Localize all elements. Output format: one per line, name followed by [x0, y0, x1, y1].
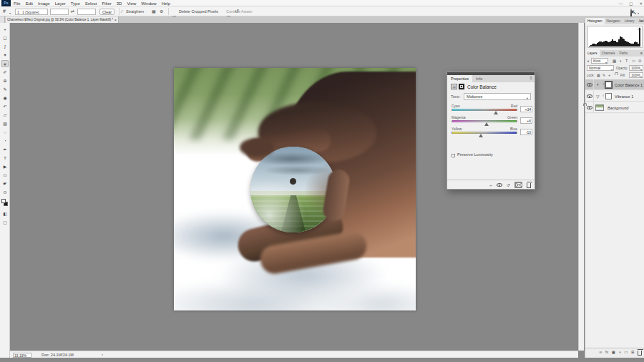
preserve-luminosity-row[interactable]: Preserve Luminosity — [452, 152, 493, 157]
eye-icon[interactable] — [587, 106, 592, 109]
menu-window[interactable]: Window — [141, 1, 156, 6]
tab-histogram[interactable]: Histogram — [585, 18, 605, 24]
visibility-cell[interactable] — [585, 91, 594, 102]
menu-help[interactable]: Help — [162, 1, 170, 6]
preserve-luminosity-checkbox[interactable] — [452, 154, 455, 157]
lock-transparency-icon[interactable]: ▦ — [597, 73, 600, 77]
blend-mode-select[interactable]: Normal▾ — [587, 65, 614, 71]
adjustment-layer-icon[interactable]: ◑ — [596, 82, 599, 87]
quick-mask-icon[interactable]: ◧ — [1, 210, 9, 217]
hand-tool[interactable]: ☛ — [1, 180, 9, 187]
slider-thumb[interactable] — [494, 111, 498, 114]
slider-track[interactable] — [452, 109, 517, 111]
slider-track[interactable] — [452, 132, 517, 134]
swap-dimensions-icon[interactable]: ⇄ — [71, 8, 74, 15]
toggle-visibility-icon[interactable] — [514, 182, 522, 188]
eye-icon[interactable] — [587, 83, 592, 87]
clone-stamp-tool[interactable]: ◉ — [1, 94, 9, 102]
lock-pixels-icon[interactable]: ✎ — [602, 73, 605, 77]
layer-row-color-balance-1[interactable]: ◑∞Color Balance 1 — [585, 79, 644, 90]
menu-edit[interactable]: Edit — [26, 1, 33, 6]
lasso-tool[interactable]: ʃ — [1, 43, 9, 50]
menu-view[interactable]: View — [127, 1, 136, 6]
reset-tool-icon[interactable]: ↺ — [235, 8, 239, 15]
menu-filter[interactable]: Filter — [102, 1, 111, 6]
screen-mode-icon[interactable]: ▢ — [1, 219, 9, 226]
layer-mask-thumbnail[interactable] — [605, 93, 612, 99]
delete-layer-icon[interactable] — [638, 351, 642, 356]
add-mask-icon[interactable]: ▣ — [612, 350, 615, 354]
layer-mask-thumbnail[interactable] — [605, 82, 612, 88]
close-button[interactable]: ✕ — [639, 1, 643, 6]
foreground-color-swatch[interactable] — [1, 199, 6, 203]
document-tab[interactable]: Chameleon Effect Original.jpg @ 33.3% (C… — [6, 16, 119, 23]
minimize-button[interactable]: — — [619, 1, 623, 6]
pen-tool[interactable]: ✒ — [1, 146, 9, 153]
document-tab-close-icon[interactable]: × — [114, 18, 117, 22]
tab-paths[interactable]: Paths — [618, 50, 630, 57]
gradient-tool[interactable]: ▨ — [1, 120, 9, 127]
visibility-cell[interactable] — [585, 102, 594, 113]
rectangle-tool[interactable]: ▭ — [1, 172, 9, 179]
status-options-arrow-icon[interactable]: › — [102, 352, 103, 356]
tool-preset-caret-icon[interactable]: ▾ — [9, 10, 11, 16]
layer-filter-select[interactable]: Kind▾ — [591, 58, 608, 64]
restore-button[interactable]: ▢ — [629, 1, 633, 6]
slider-value-input[interactable]: +34 — [520, 106, 532, 112]
crop-height-input[interactable] — [77, 9, 96, 15]
dodge-tool[interactable]: ◔ — [1, 137, 9, 145]
crop-overlay-icon[interactable]: ▦ — [152, 8, 156, 15]
crop-width-input[interactable] — [50, 9, 69, 15]
slider-thumb[interactable] — [484, 122, 489, 126]
tone-select[interactable]: Midtones ▾ — [464, 93, 531, 100]
panel-menu-icon[interactable]: ≡ — [640, 51, 643, 55]
filter-adjustment-layers-icon[interactable]: ◑ — [619, 59, 621, 63]
menu-image[interactable]: Image — [38, 1, 50, 6]
new-group-icon[interactable]: ▭ — [624, 350, 628, 354]
adjustment-layer-icon[interactable]: ▽ — [596, 94, 600, 99]
filter-pixel-layers-icon[interactable]: ▦ — [613, 59, 616, 63]
type-tool[interactable]: T — [1, 155, 9, 162]
slider-value-input[interactable]: +6 — [520, 117, 532, 124]
zoom-level-input[interactable]: 33.33% — [13, 353, 31, 358]
tab-navigator[interactable]: Navigator — [605, 18, 623, 24]
panel-menu-icon[interactable]: ≡ — [530, 76, 532, 80]
new-layer-icon[interactable]: ⊞ — [631, 350, 635, 354]
quick-selection-tool[interactable]: ✦ — [1, 52, 9, 59]
menu-select[interactable]: Select — [85, 1, 97, 6]
marquee-tool[interactable]: ◻ — [1, 34, 9, 41]
vertical-scrollbar[interactable] — [578, 23, 584, 351]
tab-info[interactable]: Info — [472, 75, 486, 82]
blur-tool[interactable]: ◌ — [1, 129, 9, 136]
filter-smart-objects-icon[interactable]: ⊙ — [638, 59, 642, 63]
straighten-icon[interactable]: ∕ — [122, 8, 122, 15]
view-previous-state-icon[interactable] — [497, 183, 502, 187]
histogram-warning-icon[interactable]: ⚠ — [638, 26, 641, 31]
mask-target-icon[interactable] — [459, 84, 464, 89]
reset-adjustment-icon[interactable]: ↺ — [507, 182, 510, 189]
tab-channels[interactable]: Channels — [600, 50, 618, 57]
crop-ratio-select[interactable]: 1 : 1 (Square) — [15, 9, 48, 15]
eyedropper-tool[interactable]: ✐ — [1, 69, 9, 76]
opacity-value[interactable]: 100%▾ — [629, 65, 643, 71]
crop-tool[interactable]: # — [1, 60, 9, 67]
slider-value-input[interactable]: -10 — [520, 129, 532, 135]
filter-shape-layers-icon[interactable]: ▭ — [632, 59, 635, 63]
layer-row-background[interactable]: Background — [585, 102, 644, 113]
workspace-icon[interactable]: ▣ — [630, 8, 635, 15]
new-adjustment-layer-icon[interactable]: ◑ — [618, 350, 620, 354]
slider-thumb[interactable] — [479, 134, 483, 137]
zoom-tool[interactable]: ⊙ — [1, 189, 9, 196]
straighten-button[interactable]: Straighten — [126, 9, 144, 15]
brush-tool[interactable]: ✎ — [1, 86, 9, 93]
layer-row-vibrance-1[interactable]: ▽∞Vibrance 1 — [585, 91, 644, 102]
history-brush-tool[interactable]: ↶ — [1, 103, 9, 110]
delete-adjustment-icon[interactable] — [527, 183, 531, 188]
link-layers-icon[interactable]: ∞ — [599, 350, 602, 354]
layer-thumbnail[interactable] — [595, 104, 604, 111]
tab-library[interactable]: Library — [623, 18, 637, 24]
visibility-cell[interactable] — [585, 79, 594, 90]
lock-position-icon[interactable]: + — [608, 73, 610, 77]
menu-3d[interactable]: 3D — [117, 1, 122, 6]
delete-cropped-pixels-label[interactable]: Delete Cropped Pixels — [179, 9, 218, 15]
